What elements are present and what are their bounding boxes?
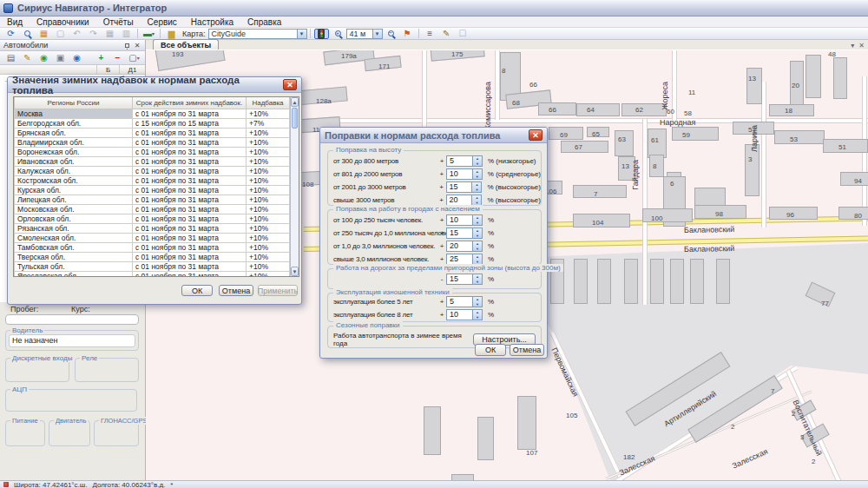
search-button[interactable] xyxy=(20,29,35,39)
remove-vehicle-button[interactable]: − xyxy=(110,53,125,63)
zoom-level-combo[interactable]: 41 м ▼ xyxy=(346,29,383,39)
globe-green-button[interactable]: ◉ xyxy=(36,53,51,63)
table-row[interactable]: Тульская обл.с 01 ноября по 31 марта+10% xyxy=(15,261,290,271)
col-period[interactable]: Срок действия зимних надбавок. xyxy=(133,97,247,109)
chart-button[interactable]: ▆ xyxy=(164,29,179,39)
vehicle-menu-button[interactable]: ▬▾ xyxy=(141,29,156,39)
table-row[interactable]: Орловская обл.с 01 ноября по 31 марта+10… xyxy=(15,214,290,223)
table-row[interactable]: Смоленская обл.с 01 ноября по 31 марта+1… xyxy=(15,233,290,242)
menu-item[interactable]: Сервис xyxy=(141,16,184,28)
table-row[interactable]: Липецкая обл.с 01 ноября по 31 марта+10% xyxy=(15,195,290,204)
close-icon[interactable]: ✕ xyxy=(133,42,141,49)
traffic-toggle-button[interactable] xyxy=(314,29,329,39)
checkbox-button[interactable]: ☐ xyxy=(456,29,470,39)
close-icon[interactable]: ✕ xyxy=(283,79,297,90)
table-row[interactable]: Владимирская обл.с 01 ноября по 31 марта… xyxy=(15,137,290,147)
ok-button[interactable]: ОК xyxy=(181,285,213,296)
spin-down-icon[interactable]: ▼ xyxy=(473,247,482,252)
redo-button[interactable]: ↷ xyxy=(86,29,101,39)
scroll-down-icon[interactable]: ▼ xyxy=(291,267,299,276)
list-button[interactable]: ≡ xyxy=(423,29,437,39)
value-spinner[interactable]: 5▲▼ xyxy=(446,155,483,167)
value-spinner[interactable]: 10▲▼ xyxy=(446,309,483,320)
spin-down-icon[interactable]: ▼ xyxy=(473,302,482,307)
gps-signal-icon xyxy=(3,482,9,487)
mileage-course-field[interactable] xyxy=(5,314,139,325)
value-spinner[interactable]: 10▲▼ xyxy=(446,168,483,180)
table-row[interactable]: Костромская обл.с 01 ноября по 31 марта+… xyxy=(15,175,290,185)
undo-button[interactable]: ↶ xyxy=(69,29,84,39)
panel-view-button[interactable]: ▢▾ xyxy=(127,53,141,63)
table-row[interactable]: Рязанская обл.с 01 ноября по 31 марта+10… xyxy=(15,223,290,233)
menu-item[interactable]: Вид xyxy=(0,16,30,28)
scroll-up-icon[interactable]: ▲ xyxy=(291,97,299,107)
zoom-out-button[interactable]: − xyxy=(384,29,398,39)
spin-down-icon[interactable]: ▼ xyxy=(472,188,481,193)
value-spinner[interactable]: 10▲▼ xyxy=(446,214,483,226)
table-row[interactable]: Ярославская обл.с 01 ноября по 31 марта+… xyxy=(15,271,290,277)
photo-button[interactable]: ▣ xyxy=(53,53,68,63)
cell-value: +10% xyxy=(247,214,290,223)
menu-item[interactable]: Настройка xyxy=(184,16,240,28)
table-row[interactable]: Московская обл.с 01 ноября по 31 марта+1… xyxy=(15,204,290,214)
chevron-down-icon[interactable]: ▼ xyxy=(372,30,382,38)
menu-item[interactable]: Справочники xyxy=(30,16,96,28)
value-spinner[interactable]: 15▲▼ xyxy=(446,274,483,285)
chevron-down-icon[interactable]: ▼ xyxy=(297,30,306,38)
map-select-combo[interactable]: CityGuide ▼ xyxy=(208,29,307,39)
map-tab-bar: Все объекты ▾ ✕ xyxy=(146,40,868,50)
ok-button[interactable]: ОК xyxy=(475,344,506,356)
spin-down-icon[interactable]: ▼ xyxy=(473,221,482,226)
vehicles-toolbar: ▤ ✎ ◉ ▣ ◉ + − ▢▾ xyxy=(0,51,145,65)
scroll-thumb[interactable] xyxy=(292,108,298,129)
cell-region: Орловская обл. xyxy=(15,214,133,223)
table-row[interactable]: Тверская обл.с 01 ноября по 31 марта+10% xyxy=(15,252,290,261)
add-vehicle-button[interactable]: + xyxy=(94,53,108,63)
home-flag-button[interactable]: ⚑ xyxy=(400,29,415,39)
cancel-button[interactable]: Отмена xyxy=(510,344,544,356)
layout-button[interactable]: ▥ xyxy=(119,29,134,39)
value-spinner[interactable]: 15▲▼ xyxy=(446,228,483,239)
table-row[interactable]: Белгородская обл.с 15 ноября по 15 марта… xyxy=(15,118,290,128)
calendar-button[interactable]: ▦ xyxy=(36,29,51,39)
map-building xyxy=(615,130,634,156)
spin-down-icon[interactable]: ▼ xyxy=(473,280,482,285)
spin-down-icon[interactable]: ▼ xyxy=(473,315,482,320)
table-row[interactable]: Курская обл.с 01 ноября по 31 марта+10% xyxy=(15,185,290,195)
value-spinner[interactable]: 15▲▼ xyxy=(446,181,483,193)
panel-menu-icon[interactable]: ▾ xyxy=(851,42,854,49)
refresh-button[interactable]: ⟳ xyxy=(3,29,18,39)
value-spinner[interactable]: 5▲▼ xyxy=(446,296,483,307)
report-button[interactable]: ▤ xyxy=(3,53,18,63)
cell-value: +10% xyxy=(247,242,290,252)
correction-suffix: % xyxy=(488,311,494,319)
table-row[interactable]: Брянская обл.с 01 ноября по 31 марта+10% xyxy=(15,128,290,137)
menu-item[interactable]: Справка xyxy=(240,16,288,28)
map-building xyxy=(672,127,719,141)
table-row[interactable]: Калужская обл.с 01 ноября по 31 марта+10… xyxy=(15,166,290,175)
spin-down-icon[interactable]: ▼ xyxy=(473,162,482,167)
col-regions[interactable]: Регионы России xyxy=(15,97,133,109)
vertical-scrollbar[interactable]: ▲ ▼ xyxy=(290,97,299,276)
panel-close-icon[interactable]: ✕ xyxy=(858,42,865,49)
value-spinner[interactable]: 20▲▼ xyxy=(446,241,483,252)
table-row[interactable]: Ивановская обл.с 01 ноября по 31 марта+1… xyxy=(15,156,290,166)
pin-icon[interactable] xyxy=(125,43,129,48)
edit-vehicle-button[interactable]: ✎ xyxy=(20,53,35,63)
table-row[interactable]: Москвас 01 ноября по 31 марта+10% xyxy=(15,109,290,118)
spin-down-icon[interactable]: ▼ xyxy=(473,175,482,180)
close-icon[interactable]: ✕ xyxy=(529,129,542,141)
table-row[interactable]: Тамбовская обл.с 01 ноября по 31 марта+1… xyxy=(15,242,290,252)
menu-item[interactable]: Отчёты xyxy=(96,16,141,28)
edit-button[interactable]: ✎ xyxy=(439,29,454,39)
grid-button[interactable]: ▦ xyxy=(102,29,117,39)
apply-button[interactable]: Применить xyxy=(258,285,298,296)
spin-down-icon[interactable]: ▼ xyxy=(473,234,482,239)
col-allowance[interactable]: Надбавка xyxy=(247,97,290,109)
globe-blue-button[interactable]: ◉ xyxy=(69,53,84,63)
tab-all-objects[interactable]: Все объекты xyxy=(153,39,219,49)
cancel-button[interactable]: Отмена xyxy=(219,285,253,296)
zoom-in-button[interactable]: + xyxy=(331,29,345,39)
table-row[interactable]: Воронежская обл.с 01 ноября по 31 марта+… xyxy=(15,147,290,156)
copy-button[interactable]: ▢ xyxy=(53,29,68,39)
